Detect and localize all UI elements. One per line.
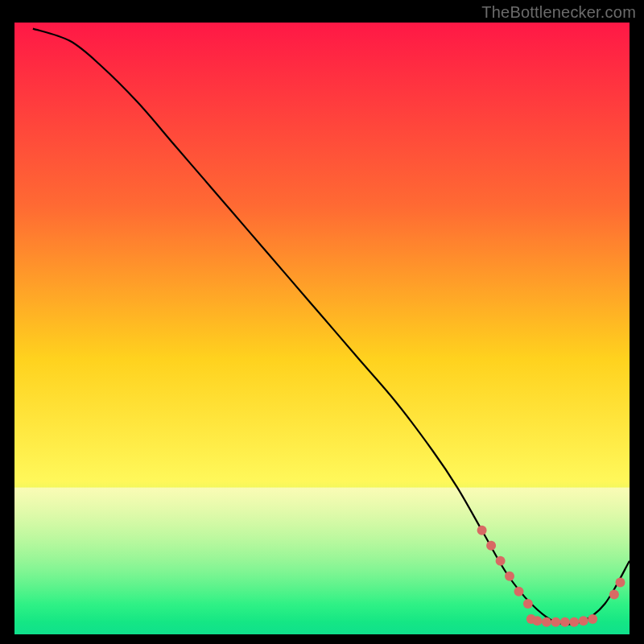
- chart-svg: [14, 23, 630, 634]
- data-marker: [616, 577, 625, 587]
- data-marker: [486, 541, 496, 551]
- data-marker: [551, 617, 560, 627]
- data-marker: [523, 599, 533, 609]
- data-marker: [532, 616, 542, 625]
- data-marker: [560, 617, 570, 627]
- data-marker: [542, 617, 551, 627]
- data-marker: [569, 617, 579, 627]
- data-marker: [579, 616, 588, 625]
- watermark-text: TheBottlenecker.com: [481, 3, 636, 22]
- data-marker: [477, 526, 487, 535]
- data-marker: [496, 556, 506, 566]
- data-marker: [505, 572, 514, 581]
- pale-band: [14, 488, 630, 622]
- data-marker: [588, 614, 597, 624]
- plot-area: [14, 23, 630, 634]
- data-marker: [514, 587, 524, 597]
- chart-container: TheBottlenecker.com: [0, 0, 644, 644]
- data-marker: [609, 590, 619, 600]
